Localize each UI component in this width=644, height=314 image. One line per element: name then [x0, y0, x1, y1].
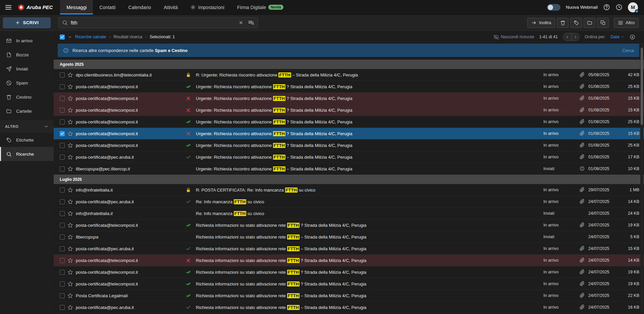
message-row[interactable]: posta-certificata@telecompost.itUrgente:… — [54, 128, 644, 140]
row-checkbox[interactable] — [60, 281, 65, 286]
row-checkbox[interactable] — [60, 246, 65, 251]
row-checkbox[interactable] — [60, 305, 65, 310]
message-row[interactable]: posta-certificata@telecompost.itRichiest… — [54, 278, 644, 290]
tab-impostazioni[interactable]: Impostazioni — [184, 0, 231, 14]
label-button[interactable] — [570, 18, 582, 28]
highlight-term: FTTH — [273, 143, 285, 148]
paperclip-icon — [580, 96, 586, 101]
row-checkbox[interactable] — [60, 211, 65, 216]
new-webmail-toggle[interactable] — [547, 4, 560, 11]
sender: posta-certificata@telecompost.it — [76, 281, 183, 286]
row-checkbox[interactable] — [60, 223, 65, 228]
row-checkbox[interactable] — [60, 258, 65, 263]
star-icon — [67, 119, 73, 125]
scrollbar — [640, 43, 643, 313]
eye-off-icon — [494, 35, 499, 40]
sidebar-item-spam[interactable]: Spam — [0, 76, 54, 90]
compose-button[interactable]: SCRIVI — [3, 17, 51, 28]
row-checkbox[interactable] — [60, 143, 65, 148]
tab-contatti[interactable]: Contatti — [93, 0, 122, 14]
star-icon — [67, 84, 73, 90]
message-row[interactable]: posta-certificata@telecompost.itRichiest… — [54, 255, 644, 266]
size-label: 15 KB — [621, 246, 639, 251]
select-menu-caret-icon[interactable] — [68, 35, 72, 39]
message-row[interactable]: posta-certificata@pec.aruba.itRichiesta … — [54, 243, 644, 255]
row-checkbox[interactable] — [60, 166, 65, 171]
message-row[interactable]: posta-certificata@pec.aruba.itUrgente: R… — [54, 151, 644, 163]
row-checkbox[interactable] — [60, 293, 65, 298]
row-checkbox[interactable] — [60, 131, 65, 136]
hamburger-menu-button[interactable] — [0, 0, 17, 14]
highlight-term: FTTH — [287, 270, 300, 275]
row-checkbox[interactable] — [60, 96, 65, 101]
row-checkbox[interactable] — [60, 72, 65, 77]
sidebar-item-etichette[interactable]: Etichette — [0, 133, 54, 147]
sender: posta-certificata@telecompost.it — [76, 96, 183, 101]
page-body: In arrivoBozzeInviatiSpamCestinoCartelle… — [0, 31, 644, 314]
delete-button[interactable] — [557, 18, 569, 28]
highlight-term: FTTH — [234, 211, 246, 216]
row-checkbox[interactable] — [60, 108, 65, 113]
tab-firma-digitale[interactable]: Firma DigitaleNovità — [231, 0, 290, 14]
message-row[interactable]: posta-certificata@telecompost.itUrgente:… — [54, 104, 644, 116]
message-row[interactable]: posta-certificata@telecompost.itRichiest… — [54, 266, 644, 278]
star-icon — [67, 258, 73, 263]
help-icon[interactable] — [603, 4, 610, 11]
message-row[interactable]: Posta Certificata LegalmailRichiesta inf… — [54, 290, 644, 302]
search-input[interactable] — [71, 20, 235, 25]
sidebar-item-in-arrivo[interactable]: In arrivo — [0, 34, 54, 48]
subject-pre: Urgente: Richiesta riscontro attivazione — [196, 143, 273, 148]
highlight-term: FTTH — [273, 155, 285, 160]
message-row[interactable]: posta-certificata@pec.aruba.itRe: Info m… — [54, 196, 644, 208]
breadcrumb-item[interactable]: Ricerche salvate — [75, 35, 106, 39]
row-checkbox[interactable] — [60, 188, 65, 193]
sidebar-item-inviati[interactable]: Inviati — [0, 62, 54, 76]
sort-direction-icon[interactable] — [630, 34, 635, 40]
banner-search-link[interactable]: Cerca — [622, 48, 634, 53]
move-to-folder-button[interactable] — [584, 18, 595, 28]
sidebar-section-altro[interactable]: ALTRO — [0, 120, 54, 133]
message-row[interactable]: posta-certificata@telecompost.itRichiest… — [54, 219, 644, 231]
sort-select[interactable]: Data — [611, 35, 625, 39]
trash-icon — [560, 20, 566, 25]
subject-pre: Richiesta informazioni su stato attivazi… — [196, 305, 287, 310]
message-row[interactable]: posta-certificata@telecompost.itUrgente:… — [54, 93, 644, 104]
avatar[interactable]: M — [628, 2, 638, 12]
row-checkbox[interactable] — [60, 84, 65, 89]
message-row[interactable]: info@infratelitalia.itR: POSTA CERTIFICA… — [54, 184, 644, 196]
sidebar-item-cartelle[interactable]: Cartelle — [0, 104, 54, 118]
message-row[interactable]: dpo.clientibusiness.tim@telecomitalia.it… — [54, 69, 644, 81]
select-all-checkbox[interactable] — [60, 35, 65, 40]
date-label: 29/07/2025 — [588, 188, 618, 192]
row-checkbox[interactable] — [60, 119, 65, 124]
next-page-button[interactable] — [571, 33, 579, 41]
message-row[interactable]: posta-certificata@telecompost.itUrgente:… — [54, 81, 644, 93]
row-checkbox[interactable] — [60, 155, 65, 160]
search-options-icon[interactable] — [248, 19, 254, 26]
message-row[interactable]: posta-certificata@pec.aruba.itRichiesta … — [54, 302, 644, 313]
row-checkbox[interactable] — [60, 270, 65, 275]
message-row[interactable]: fibercopspaRichiesta informazioni su sta… — [54, 231, 644, 243]
tab-calendario[interactable]: Calendario — [122, 0, 158, 14]
tab-messaggi[interactable]: Messaggi — [60, 0, 93, 14]
message-row[interactable]: posta-certificata@telecompost.itUrgente:… — [54, 116, 644, 128]
sender: posta-certificata@telecompost.it — [76, 258, 183, 263]
history-icon[interactable] — [615, 4, 623, 11]
message-row[interactable]: info@infratelitalia.itRe: Info mancanza … — [54, 208, 644, 219]
copy-button[interactable] — [597, 18, 609, 28]
sidebar-item-ricerche[interactable]: Ricerche — [0, 147, 54, 161]
tab-attivita[interactable]: Attività — [157, 0, 184, 14]
prev-page-button[interactable] — [563, 33, 571, 41]
hide-received-toggle[interactable]: Nascondi ricevute — [494, 35, 534, 40]
scrollbar-thumb[interactable] — [641, 48, 643, 125]
sidebar-item-bozze[interactable]: Bozze — [0, 48, 54, 62]
message-row[interactable]: posta-certificata@telecompost.itUrgente:… — [54, 140, 644, 151]
row-checkbox[interactable] — [60, 199, 65, 204]
sidebar-item-cestino[interactable]: Cestino — [0, 90, 54, 104]
clear-search-icon[interactable] — [238, 20, 244, 25]
forward-button[interactable]: Inoltra — [527, 18, 555, 28]
more-button[interactable]: Altro — [614, 18, 639, 28]
row-checkbox[interactable] — [60, 234, 65, 240]
message-row[interactable]: fibercopspa@pec.fibercop.itUrgente: Rich… — [54, 163, 644, 175]
double-check-icon — [186, 223, 193, 228]
